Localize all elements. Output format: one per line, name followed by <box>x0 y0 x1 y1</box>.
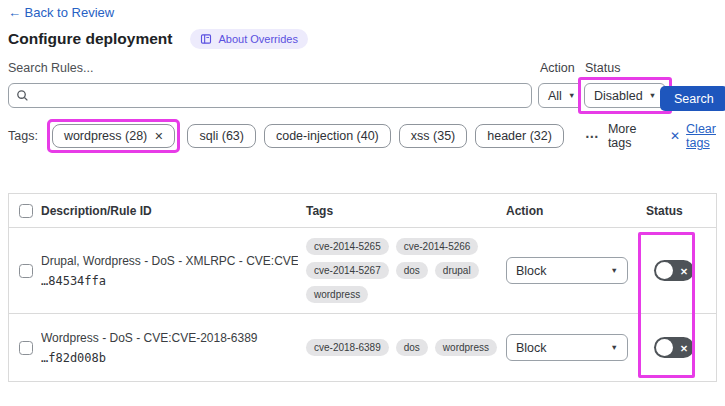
clear-tags-label: Clear tags <box>686 122 725 150</box>
page-title: Configure deployment <box>8 30 172 48</box>
rule-tag: wordpress <box>435 339 497 356</box>
table-row: Wordpress - DoS - CVE:CVE-2018-6389 …f82… <box>9 314 716 381</box>
action-dropdown[interactable]: Block ▼ <box>506 334 628 361</box>
rule-id: …f82d008b <box>41 351 298 365</box>
rule-tags-cell: cve-2018-6389 dos wordpress <box>306 339 506 356</box>
action-dropdown[interactable]: Block ▼ <box>506 257 628 284</box>
rule-tag: drupal <box>435 262 479 279</box>
rule-action-cell: Block ▼ <box>506 257 646 284</box>
rule-description: Drupal, Wordpress - DoS - XMLRPC - CVE:C… <box>41 254 298 268</box>
rule-status-cell: ✕ <box>646 337 716 358</box>
action-select-value: All <box>548 89 562 103</box>
status-select[interactable]: Disabled ▼ <box>584 83 666 108</box>
status-label: Status <box>585 61 620 75</box>
close-icon: ✕ <box>670 129 680 143</box>
status-toggle-off[interactable]: ✕ <box>654 337 694 358</box>
column-header-tags: Tags <box>306 204 506 218</box>
back-to-review-link[interactable]: ← Back to Review <box>8 5 114 20</box>
toggle-knob <box>656 262 673 279</box>
toggle-knob <box>656 339 673 356</box>
row-checkbox[interactable] <box>19 341 33 355</box>
toggle-x-icon: ✕ <box>680 265 688 276</box>
column-header-status: Status <box>646 204 716 218</box>
toggle-x-icon: ✕ <box>680 342 688 353</box>
rule-tag: wordpress <box>306 286 368 303</box>
rule-tag: cve-2014-5265 <box>306 238 389 255</box>
status-select-value: Disabled <box>594 89 643 103</box>
tags-filter-bar: Tags: wordpress (28) ✕ sqli (63) code-in… <box>8 119 725 153</box>
highlight-status-dropdown: Disabled ▼ <box>578 77 672 114</box>
rule-tag: cve-2014-5267 <box>306 262 389 279</box>
rule-description-cell: Wordpress - DoS - CVE:CVE-2018-6389 …f82… <box>41 331 306 365</box>
chevron-down-icon: ▼ <box>568 92 575 100</box>
highlight-active-tag: wordpress (28) ✕ <box>47 119 181 153</box>
rule-tag: dos <box>396 339 428 356</box>
table-row: Drupal, Wordpress - DoS - XMLRPC - CVE:C… <box>9 228 716 314</box>
select-all-checkbox[interactable] <box>19 204 33 218</box>
table-header-row: Description/Rule ID Tags Action Status <box>9 194 716 228</box>
tag-filter-sqli[interactable]: sqli (63) <box>187 124 255 148</box>
rule-tags-cell: cve-2014-5265 cve-2014-5266 cve-2014-526… <box>306 238 506 303</box>
tag-filter-label: wordpress (28) <box>64 129 147 143</box>
rule-tag: dos <box>396 262 428 279</box>
status-toggle-off[interactable]: ✕ <box>654 260 694 281</box>
tags-label: Tags: <box>8 129 38 143</box>
ellipsis-icon: ⋯ <box>585 128 600 144</box>
about-overrides-label: About Overrides <box>218 33 297 45</box>
action-label: Action <box>540 61 575 75</box>
rule-action-cell: Block ▼ <box>506 334 646 361</box>
configure-deployment-page: ← Back to Review Configure deployment Ab… <box>0 0 725 406</box>
action-dropdown-value: Block <box>516 341 547 355</box>
tag-filter-xss[interactable]: xss (35) <box>399 124 467 148</box>
search-rules-input[interactable] <box>35 89 524 103</box>
about-overrides-badge[interactable]: About Overrides <box>190 29 307 49</box>
column-header-description: Description/Rule ID <box>41 204 306 218</box>
row-checkbox-cell <box>9 341 41 355</box>
book-icon <box>200 33 212 45</box>
chevron-down-icon: ▼ <box>611 267 618 275</box>
remove-tag-icon[interactable]: ✕ <box>154 130 163 143</box>
title-row: Configure deployment About Overrides <box>8 29 308 49</box>
tag-filter-header[interactable]: header (32) <box>475 124 564 148</box>
more-tags-button[interactable]: ⋯ More tags <box>585 122 644 150</box>
column-header-action: Action <box>506 204 646 218</box>
action-dropdown-value: Block <box>516 264 547 278</box>
search-rules-label: Search Rules... <box>8 61 93 75</box>
rule-status-cell: ✕ <box>646 260 716 281</box>
header-checkbox-cell <box>9 204 41 218</box>
search-icon <box>16 89 29 102</box>
chevron-down-icon: ▼ <box>611 344 618 352</box>
rule-id: …84534ffa <box>41 274 298 288</box>
row-checkbox-cell <box>9 264 41 278</box>
rule-description-cell: Drupal, Wordpress - DoS - XMLRPC - CVE:C… <box>41 254 306 288</box>
clear-tags-button[interactable]: ✕ Clear tags <box>670 122 725 150</box>
rule-description: Wordpress - DoS - CVE:CVE-2018-6389 <box>41 331 298 345</box>
row-checkbox[interactable] <box>19 264 33 278</box>
rule-tag: cve-2014-5266 <box>396 238 479 255</box>
rule-tag: cve-2018-6389 <box>306 339 389 356</box>
more-tags-label: More tags <box>608 122 644 150</box>
tag-filter-wordpress[interactable]: wordpress (28) ✕ <box>52 124 176 148</box>
search-input-wrap[interactable] <box>8 83 532 108</box>
chevron-down-icon: ▼ <box>649 92 656 100</box>
rules-table: Description/Rule ID Tags Action Status D… <box>8 193 717 382</box>
search-button[interactable]: Search <box>660 86 725 111</box>
tag-filter-code-injection[interactable]: code-injection (40) <box>264 124 391 148</box>
